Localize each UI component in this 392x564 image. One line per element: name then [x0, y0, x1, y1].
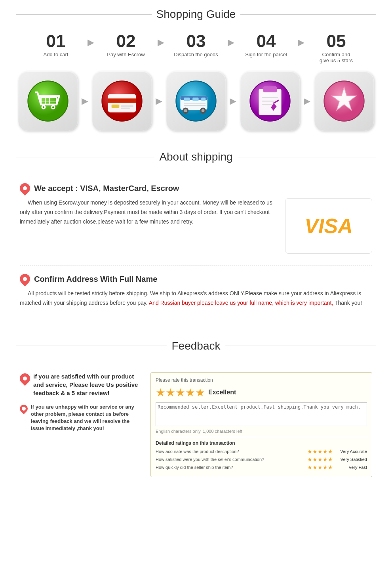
feedback-item-2: If you are unhappy with our service or a… — [20, 403, 139, 432]
visa-box: VISA — [285, 198, 372, 254]
rating-question-1: How accurate was the product description… — [156, 449, 307, 454]
payment-title: We accept : VISA, MasterCard, Escrow — [34, 184, 179, 193]
icon-arrow-3: ▶ — [230, 96, 236, 106]
feedback-line-left — [16, 346, 167, 346]
feedback-para1: If you are satisfied with our product an… — [33, 372, 139, 397]
shipping-line-left — [16, 157, 154, 157]
steps-row: 01 Add to cart ▶ 02 Pay with Escrow ▶ 03… — [16, 33, 376, 63]
char-count: English characters only. 1,000 character… — [156, 429, 367, 434]
rating-stars-1: ★★★★★ — [307, 448, 333, 455]
step-3-num: 03 — [186, 33, 206, 50]
rating-question-2: How satisfied were you with the seller's… — [156, 457, 307, 462]
step-3-label: Dispatch the goods — [174, 52, 218, 57]
svg-point-7 — [43, 106, 44, 108]
svg-rect-26 — [192, 98, 198, 101]
rating-question-3: How quickly did the seller ship the item… — [156, 465, 307, 470]
icon-arrow-4: ▶ — [304, 96, 310, 106]
address-text: All products will be tested strictly bef… — [20, 289, 372, 308]
rating-stars-2: ★★★★★ — [307, 456, 333, 463]
step-2: 02 Pay with Escrow — [94, 33, 158, 57]
svg-rect-25 — [184, 98, 190, 101]
about-shipping-header: About shipping — [16, 151, 376, 163]
svg-rect-12 — [108, 94, 136, 112]
excellent-label: Excellent — [208, 389, 236, 396]
icon-arrow-1: ▶ — [82, 96, 88, 106]
about-shipping-section: We accept : VISA, MasterCard, Escrow Whe… — [0, 171, 392, 332]
feedback-item-1: If you are satisfied with our product an… — [20, 372, 139, 397]
address-thanks: Thank you! — [335, 300, 362, 306]
feedback-textarea[interactable] — [156, 402, 367, 426]
shopping-guide-header: Shopping Guide — [16, 8, 376, 21]
step-5-label: Confirm and give us 5 stars — [320, 52, 353, 63]
svg-point-24 — [202, 109, 205, 112]
feedback-form: Please rate this transaction ★★★★★ Excel… — [150, 372, 372, 477]
step-4: 04 Sign for the parcel — [234, 33, 298, 57]
shipping-line-right — [238, 157, 376, 157]
step-3: 03 Dispatch the goods — [164, 33, 228, 57]
feedback-para2: If you are unhappy with our service or a… — [31, 403, 139, 432]
section-divider — [20, 266, 372, 266]
step-1-icon — [18, 71, 78, 131]
svg-rect-15 — [121, 105, 133, 107]
feedback-header: Feedback — [16, 340, 376, 352]
svg-point-9 — [52, 106, 54, 108]
shopping-guide-title: Shopping Guide — [156, 8, 236, 21]
svg-rect-27 — [201, 98, 206, 101]
step-5: 05 Confirm and give us 5 stars — [304, 33, 368, 63]
step-2-num: 02 — [116, 33, 136, 50]
feedback-left: If you are satisfied with our product an… — [20, 372, 139, 432]
step-1-label: Add to cart — [44, 52, 69, 57]
step-1-num: 01 — [46, 33, 66, 50]
feedback-section: If you are satisfied with our product an… — [0, 372, 392, 493]
payment-content: When using Escrow,your money is deposite… — [20, 198, 372, 254]
arrow-4: ▶ — [298, 33, 304, 48]
visa-logo: VISA — [304, 214, 352, 238]
star-rating: ★★★★★ — [156, 386, 205, 399]
icons-row: ▶ ▶ — [16, 71, 376, 131]
step-1: 01 Add to cart — [24, 33, 88, 57]
location-icon-3 — [18, 371, 32, 386]
svg-rect-13 — [108, 98, 136, 103]
detailed-ratings: Detailed ratings on this transaction How… — [156, 437, 367, 470]
payment-text: When using Escrow,your money is deposite… — [20, 198, 277, 226]
step-4-icon — [240, 71, 300, 131]
payment-section: We accept : VISA, MasterCard, Escrow Whe… — [20, 183, 372, 254]
step-4-label: Sign for the parcel — [245, 52, 287, 57]
rating-verdict-3: Very Fast — [335, 465, 367, 470]
about-shipping-title: About shipping — [159, 151, 232, 163]
step-2-label: Pay with Escrow — [107, 52, 145, 57]
rating-row-1: How accurate was the product description… — [156, 448, 367, 455]
location-icon-4 — [18, 403, 29, 414]
header-line-left — [16, 14, 152, 15]
location-icon-1 — [18, 181, 32, 196]
visa-v: V — [304, 214, 318, 237]
rate-title: Please rate this transaction — [156, 377, 367, 383]
address-title: Confirm Address With Full Name — [34, 275, 157, 284]
step-5-num: 05 — [327, 33, 346, 50]
step-3-icon — [166, 71, 226, 131]
detailed-ratings-title: Detailed ratings on this transaction — [156, 440, 367, 446]
feedback-title: Feedback — [172, 340, 221, 352]
step-4-num: 04 — [257, 33, 276, 50]
rating-row-2: How satisfied were you with the seller's… — [156, 456, 367, 463]
svg-rect-33 — [263, 86, 277, 92]
payment-title-row: We accept : VISA, MasterCard, Escrow — [20, 183, 372, 193]
rating-verdict-1: Very Accurate — [335, 449, 367, 454]
icon-arrow-2: ▶ — [156, 96, 162, 106]
address-highlight: And Russian buyer please leave us your f… — [149, 300, 333, 306]
visa-rest: ISA — [318, 214, 353, 237]
address-title-row: Confirm Address With Full Name — [20, 274, 372, 284]
location-icon-2 — [18, 272, 32, 287]
svg-rect-16 — [121, 108, 130, 109]
arrow-3: ▶ — [228, 33, 234, 48]
arrow-2: ▶ — [158, 33, 164, 48]
arrow-1: ▶ — [88, 33, 94, 48]
svg-rect-14 — [112, 105, 120, 108]
step-5-icon — [314, 71, 374, 131]
svg-rect-32 — [259, 89, 281, 115]
feedback-line-right — [225, 346, 376, 346]
address-section: Confirm Address With Full Name All produ… — [20, 274, 372, 308]
rating-row-3: How quickly did the seller ship the item… — [156, 464, 367, 470]
rating-stars-3: ★★★★★ — [307, 464, 333, 470]
stars-row: ★★★★★ Excellent — [156, 386, 367, 399]
